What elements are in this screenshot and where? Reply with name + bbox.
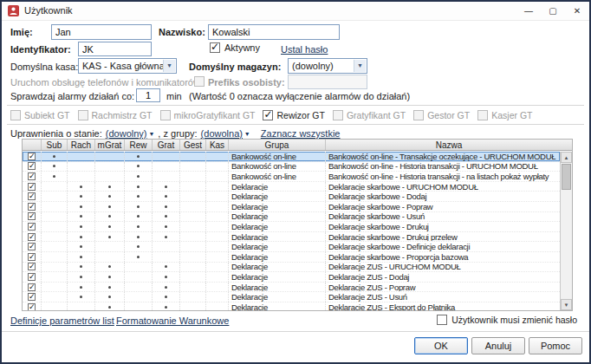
conditional-formatting-link[interactable]: Formatowanie Warunkowe	[116, 315, 229, 326]
row-checkbox[interactable]	[28, 172, 36, 180]
cell-kas	[206, 172, 229, 181]
cell-name: Deklaracje ZUS - Usuń	[326, 292, 560, 302]
scroll-down-icon[interactable]: ▼	[561, 299, 572, 310]
row-checkbox[interactable]	[28, 223, 36, 231]
cell-check[interactable]	[23, 292, 42, 302]
chevron-down-icon[interactable]: ▼	[354, 60, 366, 72]
cell-check[interactable]	[23, 162, 42, 172]
alarms-interval-field[interactable]	[136, 88, 160, 102]
module-checkbox-rewizor-gt[interactable]: Rewizor GT	[263, 110, 324, 120]
table-row[interactable]: Bankowość on-lineBankowość on-line - Tra…	[23, 152, 560, 162]
table-row[interactable]: DeklaracjeDeklaracje skarbowe - Proporcj…	[23, 252, 560, 263]
table-row[interactable]: DeklaracjeDeklaracje skarbowe - Usuń	[23, 212, 560, 223]
list-parameters-link[interactable]: Definicje parametrów list	[10, 315, 114, 326]
table-row[interactable]: DeklaracjeDeklaracje ZUS - Dodaj	[23, 272, 560, 283]
table-row[interactable]: Bankowość on-lineBankowość on-line - His…	[23, 172, 560, 182]
column-header-nazwa[interactable]: Nazwa	[326, 140, 572, 150]
row-checkbox[interactable]	[28, 233, 36, 241]
table-row[interactable]: DeklaracjeDeklaracje skarbowe - Popraw	[23, 202, 560, 212]
row-checkbox[interactable]	[28, 153, 36, 160]
cell-rew	[125, 222, 153, 231]
row-checkbox[interactable]	[28, 243, 36, 250]
row-checkbox[interactable]	[28, 212, 36, 220]
cell-check[interactable]	[23, 283, 42, 292]
select-all-link[interactable]: Zaznacz wszystkie	[261, 128, 341, 139]
last-name-field[interactable]	[208, 24, 340, 40]
cancel-button[interactable]: Anuluj	[471, 337, 525, 354]
first-name-field[interactable]	[51, 24, 152, 40]
active-checkbox[interactable]: Aktywny	[210, 42, 260, 53]
row-checkbox[interactable]	[28, 203, 36, 211]
table-row[interactable]: DeklaracjeDeklaracje skarbowe - Dodaj	[23, 192, 560, 202]
identifier-field[interactable]	[78, 42, 152, 56]
scroll-up-icon[interactable]: ▲	[561, 152, 572, 163]
checkbox-icon[interactable]	[263, 110, 273, 120]
row-checkbox[interactable]	[28, 273, 36, 281]
cell-check[interactable]	[23, 242, 42, 251]
cell-check[interactable]	[23, 152, 42, 161]
table-row[interactable]: DeklaracjeDeklaracje ZUS - URUCHOM MODUŁ	[23, 263, 560, 273]
column-header-check[interactable]	[23, 140, 42, 150]
row-checkbox[interactable]	[28, 263, 36, 270]
row-checkbox[interactable]	[28, 162, 36, 170]
column-header-sub[interactable]: Sub	[42, 140, 68, 150]
cell-check[interactable]	[23, 212, 42, 222]
module-dot-icon	[53, 175, 55, 178]
column-header-gest[interactable]: Gest	[180, 140, 206, 150]
help-button[interactable]: Pomoc	[529, 337, 582, 354]
cell-sub	[42, 252, 68, 262]
row-checkbox[interactable]	[28, 192, 36, 200]
default-cash-select[interactable]: KAS - Kasa główna ▼	[78, 58, 177, 74]
set-password-link[interactable]: Ustal hasło	[281, 44, 328, 55]
table-row[interactable]: DeklaracjeDeklaracje skarbowe - URUCHOM …	[23, 182, 560, 192]
cell-check[interactable]	[23, 263, 42, 272]
table-row[interactable]: DeklaracjeDeklaracje ZUS - Eksport do Pł…	[23, 302, 560, 310]
chevron-down-icon[interactable]: ▼	[163, 60, 175, 72]
cell-check[interactable]	[23, 222, 42, 231]
cell-check[interactable]	[23, 302, 42, 310]
row-checkbox[interactable]	[28, 183, 36, 191]
maximize-button[interactable]: ▢	[541, 2, 565, 21]
scrollbar-thumb[interactable]	[562, 164, 571, 190]
column-header-grupa[interactable]: Grupa	[229, 140, 326, 150]
checkbox-icon	[413, 110, 424, 120]
state-filter-dropdown[interactable]: (dowolny) ▼	[106, 128, 155, 139]
table-row[interactable]: Bankowość on-lineBankowość on-line - His…	[23, 162, 560, 172]
ok-button[interactable]: OK	[414, 337, 468, 354]
table-row[interactable]: DeklaracjeDeklaracje skarbowe - Drukuj p…	[23, 232, 560, 243]
cell-check[interactable]	[23, 192, 42, 201]
column-header-rew[interactable]: Rew	[125, 140, 153, 150]
group-filter-dropdown[interactable]: (dowolna) ▼	[201, 128, 250, 139]
table-row[interactable]: DeklaracjeDeklaracje ZUS - Usuń	[23, 292, 560, 302]
close-button[interactable]: ✕	[565, 2, 589, 21]
table-row[interactable]: DeklaracjeDeklaracje skarbowe - Drukuj	[23, 222, 560, 232]
column-header-rach[interactable]: Rach	[68, 140, 95, 150]
row-checkbox[interactable]	[28, 293, 36, 301]
minimize-button[interactable]: —	[516, 2, 541, 21]
cell-mgrat	[95, 202, 125, 211]
column-header-kas[interactable]: Kas	[206, 140, 229, 150]
cell-check[interactable]	[23, 252, 42, 262]
table-row[interactable]: DeklaracjeDeklaracje skarbowe - Definicj…	[23, 242, 560, 252]
checkbox-icon[interactable]	[210, 42, 220, 53]
default-warehouse-select[interactable]: (dowolny) ▼	[288, 58, 367, 74]
alarms-unit-label: min	[166, 91, 182, 101]
cell-check[interactable]	[23, 182, 42, 192]
cell-check[interactable]	[23, 272, 42, 282]
cell-group: Bankowość on-line	[229, 162, 326, 172]
checkbox-icon[interactable]	[437, 315, 447, 325]
row-checkbox[interactable]	[28, 253, 36, 261]
cell-check[interactable]	[23, 202, 42, 211]
row-checkbox[interactable]	[28, 283, 36, 291]
must-change-password-checkbox[interactable]: Użytkownik musi zmienić hasło	[437, 315, 577, 325]
cell-mgrat	[95, 162, 125, 172]
vertical-scrollbar[interactable]: ▲ ▼	[560, 152, 572, 310]
cell-check[interactable]	[23, 172, 42, 181]
column-header-mgrat[interactable]: mGrat	[95, 140, 125, 150]
column-header-grat[interactable]: Grat	[153, 140, 180, 150]
cell-check[interactable]	[23, 232, 42, 242]
row-checkbox[interactable]	[28, 303, 36, 310]
cell-gest	[180, 162, 206, 172]
cell-kas	[206, 263, 229, 272]
table-row[interactable]: DeklaracjeDeklaracje ZUS - Popraw	[23, 283, 560, 293]
